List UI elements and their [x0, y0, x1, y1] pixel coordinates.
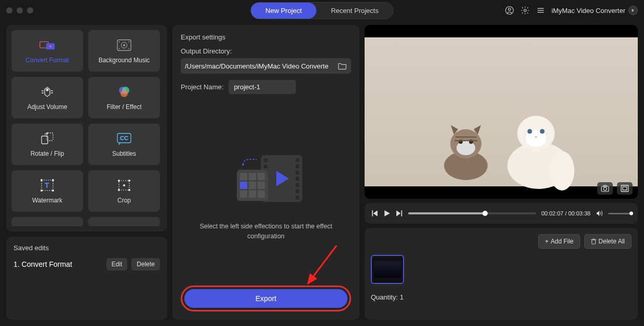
- file-panel: +Add File Delete All Quantity: 1: [365, 228, 638, 320]
- crop-icon: [116, 178, 132, 193]
- volume-icon[interactable]: [596, 210, 603, 217]
- svg-point-12: [119, 42, 120, 43]
- tab-new-project[interactable]: New Project: [251, 3, 316, 19]
- svg-point-30: [41, 180, 43, 181]
- svg-rect-42: [264, 165, 267, 168]
- tool-label: Rotate / Flip: [31, 150, 64, 157]
- tool-label: Adjust Volume: [28, 103, 68, 111]
- account-icon[interactable]: [505, 6, 514, 15]
- svg-rect-83: [623, 187, 627, 190]
- next-button[interactable]: [396, 210, 403, 217]
- saved-edits-title: Saved edits: [14, 244, 160, 252]
- output-directory-label: Output Directory:: [181, 47, 351, 55]
- svg-point-8: [49, 45, 52, 48]
- volume-slider[interactable]: [608, 213, 632, 214]
- project-tabs: New Project Recent Projects: [250, 2, 394, 19]
- folder-icon[interactable]: [338, 61, 347, 71]
- svg-rect-82: [621, 185, 628, 192]
- svg-point-65: [242, 164, 244, 166]
- fullscreen-button[interactable]: [617, 182, 633, 195]
- svg-point-35: [118, 180, 120, 182]
- svg-rect-51: [296, 177, 299, 181]
- snapshot-button[interactable]: [597, 182, 613, 195]
- saved-edits-panel: Saved edits 1. Convert Format Edit Delet…: [6, 237, 167, 320]
- tool-adjust-volume[interactable]: Adjust Volume: [11, 77, 83, 118]
- svg-point-37: [118, 189, 120, 191]
- output-directory-field[interactable]: /Users/mac/Documents/iMyMac Video Conver…: [181, 58, 351, 74]
- minimize-window-button[interactable]: [17, 7, 23, 13]
- tool-label: Watermark: [32, 197, 62, 204]
- svg-rect-57: [249, 173, 256, 180]
- preview-subject-1: [437, 119, 494, 181]
- edit-button[interactable]: Edit: [106, 258, 128, 270]
- tool-subtitles[interactable]: CC Subtitles: [88, 124, 160, 165]
- brand-label: iMyMac Video Converter: [552, 6, 638, 15]
- svg-rect-64: [240, 182, 247, 189]
- delete-button[interactable]: Delete: [131, 258, 160, 270]
- svg-rect-60: [258, 182, 265, 189]
- play-button[interactable]: [383, 210, 391, 217]
- window-controls: [6, 7, 33, 13]
- svg-point-15: [128, 48, 129, 49]
- tab-recent-projects[interactable]: Recent Projects: [316, 3, 393, 19]
- saved-edit-row: 1. Convert Format Edit Delete: [14, 258, 160, 270]
- svg-rect-63: [258, 191, 265, 198]
- tool-rotate-flip[interactable]: Rotate / Flip: [11, 124, 83, 165]
- svg-point-13: [128, 42, 129, 43]
- svg-rect-50: [296, 171, 299, 174]
- delete-all-button[interactable]: Delete All: [584, 234, 632, 249]
- brand-play-icon: [628, 6, 638, 15]
- svg-text:T: T: [45, 181, 49, 189]
- svg-rect-61: [240, 191, 247, 198]
- export-button[interactable]: Export: [184, 289, 347, 308]
- file-thumbnail[interactable]: [371, 255, 404, 284]
- svg-point-38: [129, 189, 130, 191]
- export-title: Export settings: [181, 33, 351, 41]
- tool-extra-1[interactable]: [11, 217, 83, 226]
- svg-point-33: [52, 190, 54, 192]
- svg-point-20: [46, 89, 48, 91]
- prev-button[interactable]: [371, 210, 378, 217]
- export-hint-text: Select the left side effections to start…: [181, 222, 351, 241]
- quantity-label: Quantity: 1: [371, 293, 632, 301]
- svg-rect-84: [592, 240, 596, 244]
- convert-format-icon: [39, 38, 55, 52]
- svg-text:CC: CC: [120, 135, 128, 141]
- titlebar: New Project Recent Projects iMyMac Video…: [0, 0, 644, 21]
- time-display: 00:02:07 / 00:03:38: [541, 210, 591, 216]
- svg-rect-53: [296, 189, 299, 193]
- tool-label: Crop: [117, 197, 131, 204]
- video-preview[interactable]: [365, 25, 638, 199]
- svg-point-14: [119, 48, 120, 49]
- tool-filter-effect[interactable]: Filter / Effect: [88, 77, 160, 118]
- maximize-window-button[interactable]: [27, 7, 33, 13]
- tool-background-music[interactable]: Background Music: [88, 30, 160, 72]
- svg-rect-49: [296, 165, 299, 168]
- subtitles-icon: CC: [116, 131, 132, 146]
- video-frame: [365, 37, 638, 186]
- project-name-field[interactable]: project-1: [229, 80, 296, 94]
- saved-edit-label: 1. Convert Format: [14, 260, 102, 268]
- watermark-icon: T: [39, 178, 55, 193]
- svg-point-39: [124, 185, 125, 186]
- progress-bar[interactable]: [408, 212, 536, 214]
- tool-watermark[interactable]: T Watermark: [11, 170, 83, 212]
- tool-label: Filter / Effect: [106, 103, 141, 111]
- menu-icon[interactable]: [536, 6, 545, 15]
- tool-convert-format[interactable]: Convert Format: [11, 30, 83, 72]
- tool-crop[interactable]: Crop: [88, 170, 160, 212]
- svg-rect-58: [258, 173, 265, 180]
- settings-icon[interactable]: [520, 6, 530, 15]
- tool-panel: Convert Format Background Music Adjust V…: [6, 25, 167, 232]
- close-window-button[interactable]: [6, 7, 12, 13]
- svg-rect-54: [296, 196, 299, 199]
- add-file-button[interactable]: +Add File: [538, 234, 580, 249]
- svg-rect-52: [296, 183, 299, 187]
- player-controls: 00:02:07 / 00:03:38: [365, 203, 638, 224]
- tool-extra-2[interactable]: [88, 217, 160, 226]
- svg-point-23: [120, 90, 128, 97]
- rotate-icon: [39, 131, 55, 146]
- preview-subject-2: [500, 103, 578, 192]
- tool-label: Background Music: [99, 57, 150, 64]
- music-icon: [116, 38, 132, 52]
